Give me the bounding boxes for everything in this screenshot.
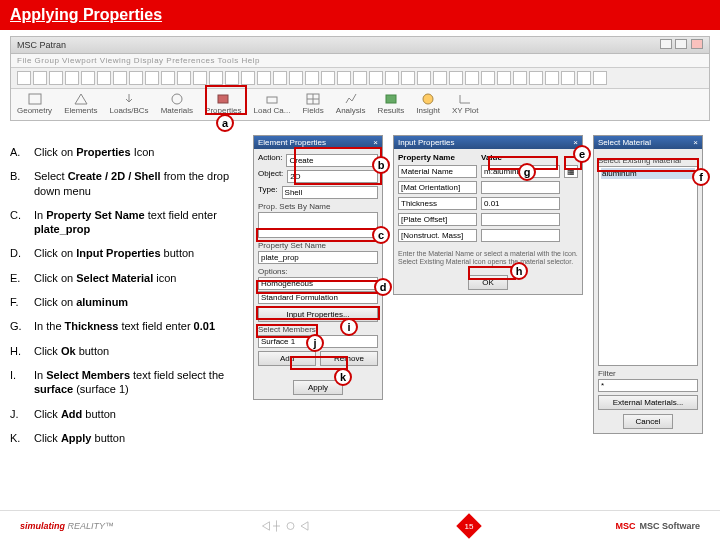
filter-input[interactable]: * bbox=[598, 379, 698, 392]
svg-point-1 bbox=[172, 94, 182, 104]
highlight-d bbox=[256, 280, 380, 294]
patran-toolbar[interactable] bbox=[11, 68, 709, 89]
tab-loadcase[interactable]: Load Ca... bbox=[254, 92, 291, 115]
maximize-icon[interactable] bbox=[675, 39, 687, 49]
step-a: A.Click on Properties Icon bbox=[10, 145, 245, 159]
footer-logo: MSCMSC Software bbox=[615, 521, 700, 531]
step-e: E.Click on Select Material icon bbox=[10, 271, 245, 285]
page-number: 15 bbox=[456, 513, 481, 538]
patran-module-tabs[interactable]: Geometry Elements Loads/BCs Materials Pr… bbox=[11, 89, 709, 120]
thickness-input[interactable]: 0.01 bbox=[481, 197, 560, 210]
external-materials-button[interactable]: External Materials... bbox=[598, 395, 698, 410]
dialog-titlebar: Input Properties× bbox=[394, 136, 582, 149]
highlight-h bbox=[468, 266, 516, 280]
callout-h: h bbox=[510, 262, 528, 280]
highlight-b bbox=[294, 147, 382, 185]
cancel-button[interactable]: Cancel bbox=[623, 414, 673, 429]
svg-point-9 bbox=[287, 522, 294, 529]
dialog-titlebar: Select Material× bbox=[594, 136, 702, 149]
highlight-f bbox=[597, 158, 699, 172]
patran-menubar[interactable]: File Group Viewport Viewing Display Pref… bbox=[11, 54, 709, 68]
step-h: H.Click Ok button bbox=[10, 344, 245, 358]
svg-rect-3 bbox=[267, 97, 277, 103]
step-g: G.In the Thickness text field enter 0.01 bbox=[10, 319, 245, 333]
callout-d: d bbox=[374, 278, 392, 296]
patran-titlebar: MSC Patran bbox=[11, 37, 709, 54]
callout-j: j bbox=[306, 334, 324, 352]
callout-a: a bbox=[216, 114, 234, 132]
tab-geometry[interactable]: Geometry bbox=[17, 92, 52, 115]
step-k: K.Click Apply button bbox=[10, 431, 245, 445]
svg-point-8 bbox=[423, 94, 433, 104]
patran-window: MSC Patran File Group Viewport Viewing D… bbox=[10, 36, 710, 121]
minimize-icon[interactable] bbox=[660, 39, 672, 49]
footer-decoration-icon bbox=[252, 516, 322, 536]
callout-c: c bbox=[372, 226, 390, 244]
highlight-i bbox=[256, 306, 380, 320]
type-dropdown[interactable]: Shell bbox=[282, 186, 378, 199]
tab-loads[interactable]: Loads/BCs bbox=[109, 92, 148, 115]
window-buttons bbox=[659, 39, 703, 51]
tab-fields[interactable]: Fields bbox=[302, 92, 323, 115]
svg-rect-7 bbox=[386, 95, 396, 103]
slide-title: Applying Properties bbox=[0, 0, 720, 30]
callout-b: b bbox=[372, 156, 390, 174]
patran-window-title: MSC Patran bbox=[17, 40, 66, 50]
material-list[interactable]: aluminum bbox=[598, 166, 698, 366]
callout-i: i bbox=[340, 318, 358, 336]
highlight-properties-tab bbox=[205, 85, 247, 115]
callout-g: g bbox=[518, 163, 536, 181]
callout-e: e bbox=[573, 145, 591, 163]
note-text: Enter the Material Name or select a mate… bbox=[398, 250, 578, 267]
tab-analysis[interactable]: Analysis bbox=[336, 92, 366, 115]
tab-insight[interactable]: Insight bbox=[416, 92, 440, 115]
tab-elements[interactable]: Elements bbox=[64, 92, 97, 115]
highlight-c bbox=[256, 228, 380, 242]
step-b: B.Select Create / 2D / Shell from the dr… bbox=[10, 169, 245, 198]
tab-results[interactable]: Results bbox=[378, 92, 405, 115]
step-j: J.Click Add button bbox=[10, 407, 245, 421]
callout-k: k bbox=[334, 368, 352, 386]
footer-brand: simulating REALITY™ bbox=[20, 521, 114, 531]
step-d: D.Click on Input Properties button bbox=[10, 246, 245, 260]
callout-f: f bbox=[692, 168, 710, 186]
slide-footer: simulating REALITY™ 15 MSCMSC Software bbox=[0, 510, 720, 540]
instruction-list: A.Click on Properties Icon B.Select Crea… bbox=[10, 145, 245, 455]
tab-xyplot[interactable]: XY Plot bbox=[452, 92, 479, 115]
step-i: I.In Select Members text field select th… bbox=[10, 368, 245, 397]
step-f: F.Click on aluminum bbox=[10, 295, 245, 309]
slide-content: MSC Patran File Group Viewport Viewing D… bbox=[0, 30, 720, 490]
svg-rect-0 bbox=[29, 94, 41, 104]
close-icon[interactable] bbox=[691, 39, 703, 49]
tab-materials[interactable]: Materials bbox=[161, 92, 193, 115]
step-c: C.In Property Set Name text field enter … bbox=[10, 208, 245, 237]
property-set-name-input[interactable]: plate_prop bbox=[258, 251, 378, 264]
select-material-dialog: Select Material× Select Existing Materia… bbox=[593, 135, 703, 434]
